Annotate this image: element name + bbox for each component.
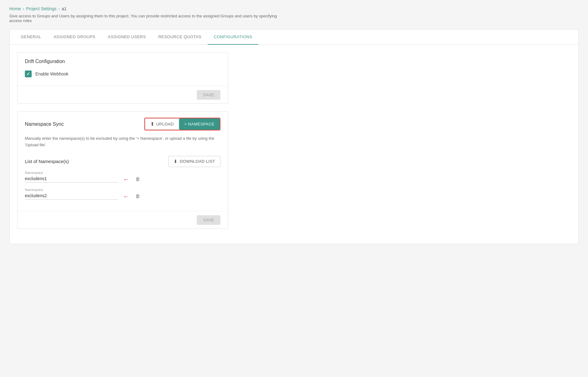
breadcrumb-project: a1 bbox=[62, 6, 67, 11]
upload-label: UPLOAD bbox=[156, 122, 174, 126]
drift-configuration-card: Drift Configuration ✓ Enable Webhook SAV… bbox=[17, 52, 228, 104]
enable-webhook-row: ✓ Enable Webhook bbox=[25, 70, 220, 77]
tab-resource-quotas[interactable]: RESOURCE QUOTAS bbox=[152, 30, 208, 45]
namespace-sync-title: Namespace Sync bbox=[25, 121, 64, 127]
tab-configurations[interactable]: CONFIGURATIONS bbox=[208, 30, 259, 45]
breadcrumb: Home › Project Settings › a1 bbox=[9, 6, 579, 11]
namespace-list-title: List of Namespace(s) bbox=[25, 159, 69, 164]
download-icon: ⬇ bbox=[174, 159, 178, 164]
upload-button[interactable]: ⬆ UPLOAD bbox=[145, 118, 179, 130]
namespace-list-header: List of Namespace(s) ⬇ DOWNLOAD LIST bbox=[25, 156, 220, 167]
arrow-icon-2: ← bbox=[123, 193, 129, 200]
breadcrumb-sep-1: › bbox=[23, 6, 24, 11]
namespace-sync-header: Namespace Sync ⬆ UPLOAD + NAMESPACE bbox=[25, 118, 220, 130]
tabs-bar: GENERAL ASSIGNED GROUPS ASSIGNED USERS R… bbox=[10, 30, 578, 45]
namespace-label-1: Namespace bbox=[25, 171, 220, 175]
drift-config-footer: SAVE bbox=[17, 86, 228, 103]
breadcrumb-home[interactable]: Home bbox=[9, 6, 21, 11]
namespace-sync-body: Namespace Sync ⬆ UPLOAD + NAMESPACE Manu… bbox=[17, 111, 228, 211]
drift-config-title: Drift Configuration bbox=[25, 59, 220, 64]
tab-content-configurations: Drift Configuration ✓ Enable Webhook SAV… bbox=[10, 45, 578, 244]
enable-webhook-checkbox[interactable]: ✓ bbox=[25, 70, 32, 77]
namespace-label-2: Namespace bbox=[25, 188, 220, 192]
tab-assigned-users[interactable]: ASSIGNED USERS bbox=[102, 30, 152, 45]
tabs-container: GENERAL ASSIGNED GROUPS ASSIGNED USERS R… bbox=[9, 29, 579, 244]
namespace-row-2: excludens2 ← 🗑 bbox=[25, 193, 220, 200]
namespace-input-wrapper-1: excludens1 bbox=[25, 176, 118, 183]
checkmark-icon: ✓ bbox=[26, 71, 30, 76]
drift-config-body: Drift Configuration ✓ Enable Webhook bbox=[17, 52, 228, 86]
namespace-value-2[interactable]: excludens2 bbox=[25, 193, 118, 200]
tab-general[interactable]: GENERAL bbox=[15, 30, 47, 45]
drift-config-save-button[interactable]: SAVE bbox=[197, 90, 220, 100]
enable-webhook-label: Enable Webhook bbox=[35, 71, 68, 76]
namespace-entry-2: Namespace excludens2 ← 🗑 bbox=[25, 188, 220, 200]
arrow-icon-1: ← bbox=[123, 176, 129, 183]
namespace-sync-save-button[interactable]: SAVE bbox=[197, 215, 220, 225]
tab-assigned-groups[interactable]: ASSIGNED GROUPS bbox=[47, 30, 102, 45]
download-list-button[interactable]: ⬇ DOWNLOAD LIST bbox=[168, 156, 220, 167]
namespace-sync-description: Manually enter the namespace(s) to be ex… bbox=[25, 135, 220, 148]
delete-namespace-2-button[interactable]: 🗑 bbox=[135, 193, 140, 199]
namespace-sync-footer: SAVE bbox=[17, 211, 228, 229]
namespace-value-1[interactable]: excludens1 bbox=[25, 176, 118, 183]
namespace-entry-1: Namespace excludens1 ← 🗑 bbox=[25, 171, 220, 183]
delete-namespace-1-button[interactable]: 🗑 bbox=[135, 176, 140, 182]
namespace-input-wrapper-2: excludens2 bbox=[25, 193, 118, 200]
namespace-sync-card: Namespace Sync ⬆ UPLOAD + NAMESPACE Manu… bbox=[17, 111, 228, 229]
breadcrumb-project-settings[interactable]: Project Settings bbox=[26, 6, 57, 11]
download-list-label: DOWNLOAD LIST bbox=[180, 159, 215, 164]
add-namespace-button[interactable]: + NAMESPACE bbox=[179, 118, 220, 130]
namespace-row-1: excludens1 ← 🗑 bbox=[25, 176, 220, 183]
upload-icon: ⬆ bbox=[150, 121, 155, 127]
page-description: Give access to Groups and Users by assig… bbox=[9, 14, 289, 23]
breadcrumb-sep-2: › bbox=[58, 6, 60, 11]
namespace-btn-group: ⬆ UPLOAD + NAMESPACE bbox=[144, 118, 220, 130]
